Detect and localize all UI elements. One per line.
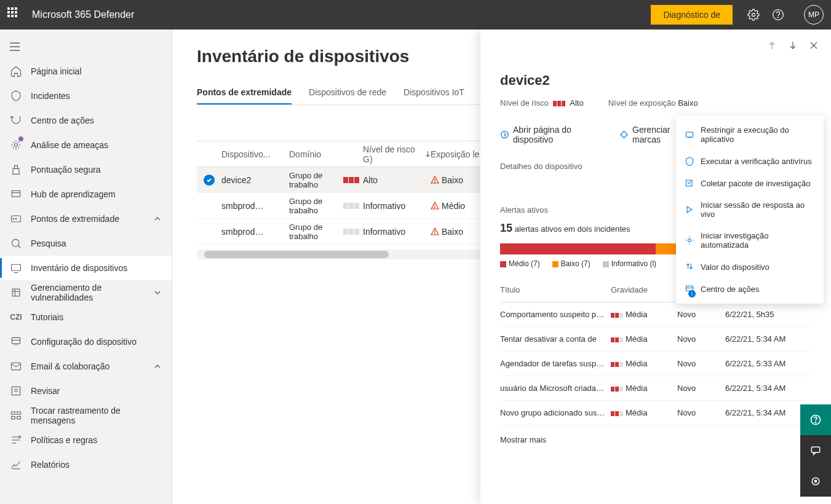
alert-col-sev[interactable]: Gravidade xyxy=(611,285,672,294)
row-checked-icon[interactable] xyxy=(204,175,215,186)
fab-target[interactable] xyxy=(800,466,831,497)
help-icon[interactable] xyxy=(772,9,784,21)
nav-icon xyxy=(10,385,22,397)
alert-last: 6/22/21, 5:33 AM xyxy=(725,359,811,368)
global-header: Microsoft 365 Defender Diagnóstico de MP xyxy=(0,0,831,30)
panel-down-icon[interactable] xyxy=(788,41,798,50)
severity-bars-icon xyxy=(611,313,623,318)
fab-help[interactable] xyxy=(800,404,831,435)
nav-icon xyxy=(10,459,22,471)
sidebar: Página inicialIncidentesCentro de açõesA… xyxy=(0,30,172,504)
hamburger-icon[interactable] xyxy=(0,34,30,59)
nav-icon xyxy=(10,163,22,176)
svg-point-10 xyxy=(13,218,14,219)
chevron-up-icon xyxy=(153,362,162,371)
sidebar-item[interactable]: Análise de ameaças xyxy=(0,133,172,157)
flyout-item[interactable]: Centro de ações! xyxy=(676,278,824,300)
svg-point-0 xyxy=(752,14,755,17)
nav-icon xyxy=(10,114,22,127)
sidebar-item[interactable]: Página inicial xyxy=(0,59,172,84)
col-device[interactable]: Dispositivo... xyxy=(221,149,289,159)
cell-exposure: Baixo xyxy=(442,227,463,237)
tab[interactable]: Dispositivos IoT xyxy=(404,81,464,104)
svg-point-2 xyxy=(778,17,779,18)
tab[interactable]: Dispositivos de rede xyxy=(309,81,386,104)
severity-bars-icon xyxy=(611,362,623,367)
alert-row[interactable]: usuário da Microsoft criada em ... Média… xyxy=(500,376,811,401)
svg-point-45 xyxy=(435,207,435,208)
svg-line-13 xyxy=(18,245,20,248)
flyout-item[interactable]: Restringir a execução do aplicativo xyxy=(676,119,824,150)
sidebar-item[interactable]: CZITutoriais xyxy=(0,305,172,329)
risk-value: Alto xyxy=(570,98,583,108)
flyout-item[interactable]: Coletar pacote de investigação xyxy=(676,172,824,194)
legend-low: Baixo (7) xyxy=(552,259,590,268)
alert-title: Novo grupo adicionado suspeito xyxy=(500,408,606,417)
sidebar-item[interactable]: Inventário de dispositivos xyxy=(0,256,172,280)
scrollbar-thumb[interactable] xyxy=(204,251,389,258)
cell-risk: Informativo xyxy=(363,227,431,237)
alert-last: 6/22/21, 5:34 AM xyxy=(725,408,811,417)
nav-label: Pontos de extremidade xyxy=(31,214,153,224)
col-domain[interactable]: Domínio xyxy=(289,149,363,159)
open-device-page-link[interactable]: Abrir página do dispositivo xyxy=(500,125,607,144)
sidebar-item[interactable]: Pontuação segura xyxy=(0,157,172,182)
sidebar-item[interactable]: Hub de aprendizagem xyxy=(0,182,172,207)
svg-point-33 xyxy=(18,436,20,438)
waffle-icon[interactable] xyxy=(7,7,22,22)
nav-icon xyxy=(10,409,22,422)
legend-medium: Médio (7) xyxy=(500,259,540,268)
sidebar-item[interactable]: Revisar xyxy=(0,379,172,403)
risk-bars-icon xyxy=(343,203,359,209)
svg-point-11 xyxy=(15,218,17,219)
svg-rect-29 xyxy=(17,417,21,419)
exposure-value: Baixo xyxy=(678,98,698,108)
flyout-item[interactable]: Valor do dispositivo xyxy=(676,256,824,278)
nav-icon xyxy=(10,90,22,102)
alert-row[interactable]: Comportamento suspeito por cmd... Média … xyxy=(500,302,811,327)
flyout-item[interactable]: Iniciar sessão de resposta ao vivo xyxy=(676,194,824,225)
alert-status: Novo xyxy=(677,384,720,393)
nav-label: Incidentes xyxy=(31,91,162,101)
flyout-item-label: Coletar pacote de investigação xyxy=(701,179,811,188)
svg-point-53 xyxy=(501,131,508,138)
diagnostic-button[interactable]: Diagnóstico de xyxy=(651,5,733,25)
sidebar-item[interactable]: Políticas e regras xyxy=(0,428,172,452)
alert-col-title[interactable]: Título xyxy=(500,285,606,294)
svg-point-42 xyxy=(435,181,435,182)
panel-up-icon[interactable] xyxy=(767,41,777,50)
sidebar-item[interactable]: Gerenciamento de vulnerabilidades xyxy=(0,280,172,305)
sidebar-item[interactable]: Pesquisa xyxy=(0,231,172,256)
user-avatar[interactable]: MP xyxy=(804,5,824,25)
sidebar-item[interactable]: Trocar rastreamento de mensagens xyxy=(0,403,172,428)
flyout-item[interactable]: Iniciar investigação automatizada xyxy=(676,225,824,256)
sidebar-item[interactable]: Configuração do dispositivo xyxy=(0,329,172,354)
sidebar-item[interactable]: Email & colaboração xyxy=(0,354,172,379)
fab-chat[interactable] xyxy=(800,435,831,466)
settings-icon[interactable] xyxy=(747,9,760,21)
risk-bars-icon xyxy=(343,177,359,183)
sidebar-item[interactable]: Relatórios xyxy=(0,452,172,477)
sidebar-item[interactable]: Centro de ações xyxy=(0,108,172,133)
flyout-item-label: Restringir a execução do aplicativo xyxy=(701,125,815,144)
nav-label: Inventário de dispositivos xyxy=(31,263,162,273)
col-risk[interactable]: Nível de risco G) xyxy=(363,144,423,164)
severity-bars-icon xyxy=(611,337,623,342)
tab[interactable]: Pontos de extremidade xyxy=(197,81,292,104)
alert-row[interactable]: Novo grupo adicionado suspeito Média Nov… xyxy=(500,401,811,425)
nav-icon xyxy=(10,188,22,200)
panel-close-icon[interactable] xyxy=(809,41,819,50)
nav-label: Hub de aprendizagem xyxy=(31,189,162,199)
alert-row[interactable]: Tentar desativar a conta de Média Novo 6… xyxy=(500,327,811,352)
flyout-item[interactable]: Executar a verificação antivírus xyxy=(676,150,824,172)
flyout-item-icon xyxy=(685,262,694,272)
show-more-link[interactable]: Mostrar mais xyxy=(500,435,811,444)
cell-exposure: Baixo xyxy=(442,175,463,185)
nav-label: Gerenciamento de vulnerabilidades xyxy=(31,283,153,302)
cell-exposure: Médio xyxy=(442,201,465,211)
nav-label: Página inicial xyxy=(31,66,162,76)
sort-desc-icon[interactable] xyxy=(425,151,431,158)
alert-row[interactable]: Agendador de tarefas suspeito ac... Médi… xyxy=(500,352,811,376)
sidebar-item[interactable]: Incidentes xyxy=(0,84,172,108)
sidebar-item[interactable]: Pontos de extremidade xyxy=(0,207,172,231)
